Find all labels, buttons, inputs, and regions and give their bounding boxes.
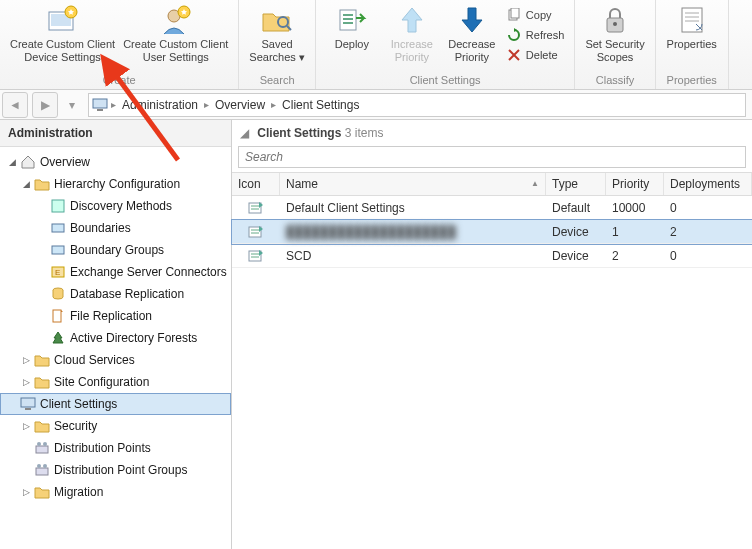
file-icon — [50, 308, 66, 324]
ribbon-group-search: SavedSearches ▾ Search — [239, 0, 316, 89]
nav-dropdown[interactable]: ▾ — [62, 92, 82, 118]
tree-node-label: Active Directory Forests — [70, 331, 197, 345]
search-input[interactable] — [238, 146, 746, 168]
tree-node-distribution-point-groups[interactable]: Distribution Point Groups — [0, 459, 231, 481]
settings-row-icon — [232, 224, 280, 240]
dist-icon — [34, 462, 50, 478]
col-name[interactable]: Name — [280, 173, 546, 195]
col-deployments[interactable]: Deployments — [664, 173, 752, 195]
item-count: 3 items — [345, 126, 384, 140]
tree-node-security[interactable]: ▷Security — [0, 415, 231, 437]
tree-node-boundary-groups[interactable]: Boundary Groups — [0, 239, 231, 261]
svg-point-34 — [43, 464, 47, 468]
folder-icon — [34, 176, 50, 192]
tree-node-label: Overview — [40, 155, 90, 169]
collapse-twisty-icon[interactable]: ◢ — [6, 157, 18, 167]
nav-forward-button[interactable]: ▶ — [32, 92, 58, 118]
nav-back-button[interactable]: ◄ — [2, 92, 28, 118]
decrease-priority-button[interactable]: DecreasePriority — [442, 2, 502, 66]
tree-node-label: Distribution Point Groups — [54, 463, 187, 477]
cell-priority: 2 — [606, 246, 664, 266]
cell-priority: 1 — [606, 222, 664, 242]
group-label: Create — [103, 72, 136, 89]
refresh-button[interactable]: Refresh — [502, 26, 569, 44]
ribbon-group-create: Create Custom ClientDevice Settings Crea… — [0, 0, 239, 89]
tree-node-label: Security — [54, 419, 97, 433]
saved-searches-button[interactable]: SavedSearches ▾ — [245, 2, 309, 66]
tree-body: ◢Overview◢Hierarchy ConfigurationDiscove… — [0, 147, 231, 507]
set-security-scopes-button[interactable]: Set SecurityScopes — [581, 2, 648, 66]
tree-node-label: File Replication — [70, 309, 152, 323]
tree-node-distribution-points[interactable]: Distribution Points — [0, 437, 231, 459]
deploy-button[interactable]: Deploy — [322, 2, 382, 53]
tree-node-site-configuration[interactable]: ▷Site Configuration — [0, 371, 231, 393]
content-pane: ◢ Client Settings 3 items Icon Name Type… — [232, 120, 752, 549]
table-row[interactable]: Default Client SettingsDefault100000 — [232, 196, 752, 220]
refresh-icon — [506, 27, 522, 43]
col-type[interactable]: Type — [546, 173, 606, 195]
create-user-settings-button[interactable]: Create Custom ClientUser Settings — [119, 2, 232, 66]
tree-title: Administration — [0, 120, 231, 147]
group-label: Classify — [596, 72, 635, 89]
properties-button[interactable]: Properties — [662, 2, 722, 53]
copy-button[interactable]: Copy — [502, 6, 569, 24]
svg-rect-18 — [93, 99, 107, 108]
collapse-twisty-icon[interactable]: ◢ — [20, 179, 32, 189]
cell-deployments: 0 — [664, 198, 752, 218]
tree-node-overview[interactable]: ◢Overview — [0, 151, 231, 173]
breadcrumb[interactable]: ▸ Administration ▸ Overview ▸ Client Set… — [88, 93, 746, 117]
expand-twisty-icon[interactable]: ▷ — [20, 355, 32, 365]
breadcrumb-item[interactable]: Overview — [209, 98, 271, 112]
boundary-icon — [50, 242, 66, 258]
tree-node-hierarchy-configuration[interactable]: ◢Hierarchy Configuration — [0, 173, 231, 195]
collapse-icon[interactable]: ◢ — [240, 126, 254, 140]
button-label: Properties — [667, 38, 717, 51]
tree-node-file-replication[interactable]: File Replication — [0, 305, 231, 327]
create-device-settings-button[interactable]: Create Custom ClientDevice Settings — [6, 2, 119, 66]
copy-icon — [506, 7, 522, 23]
tree-node-active-directory-forests[interactable]: Active Directory Forests — [0, 327, 231, 349]
tree-node-label: Distribution Points — [54, 441, 151, 455]
tree-node-client-settings[interactable]: Client Settings — [0, 393, 231, 415]
tree-node-boundaries[interactable]: Boundaries — [0, 217, 231, 239]
tree-node-label: Migration — [54, 485, 103, 499]
expand-twisty-icon[interactable]: ▷ — [20, 421, 32, 431]
expand-twisty-icon[interactable]: ▷ — [20, 487, 32, 497]
tree-node-exchange-server-connectors[interactable]: EExchange Server Connectors — [0, 261, 231, 283]
device-settings-icon — [47, 4, 79, 36]
svg-rect-20 — [52, 200, 64, 212]
cell-type: Device — [546, 246, 606, 266]
ribbon: Create Custom ClientDevice Settings Crea… — [0, 0, 752, 90]
svg-rect-14 — [682, 8, 702, 32]
button-label: Set SecurityScopes — [585, 38, 644, 64]
tree-node-migration[interactable]: ▷Migration — [0, 481, 231, 503]
button-label: IncreasePriority — [391, 38, 433, 64]
breadcrumb-item[interactable]: Client Settings — [276, 98, 365, 112]
monitor-icon — [20, 396, 36, 412]
tree-node-cloud-services[interactable]: ▷Cloud Services — [0, 349, 231, 371]
tree-node-label: Database Replication — [70, 287, 184, 301]
table-row[interactable]: SCDDevice20 — [232, 244, 752, 268]
col-icon[interactable]: Icon — [232, 173, 280, 195]
delete-button[interactable]: Delete — [502, 46, 569, 64]
settings-row-icon — [232, 200, 280, 216]
cell-deployments: 2 — [664, 222, 752, 242]
tree-node-database-replication[interactable]: Database Replication — [0, 283, 231, 305]
dist-icon — [34, 440, 50, 456]
db-icon — [50, 286, 66, 302]
group-label: Client Settings — [410, 72, 481, 89]
expand-twisty-icon[interactable]: ▷ — [20, 377, 32, 387]
breadcrumb-item[interactable]: Administration — [116, 98, 204, 112]
tree-node-discovery-methods[interactable]: Discovery Methods — [0, 195, 231, 217]
col-priority[interactable]: Priority — [606, 173, 664, 195]
button-label: Copy — [526, 9, 552, 21]
svg-text:E: E — [55, 268, 60, 277]
table-row[interactable]: ████████████████████Device12 — [232, 220, 752, 244]
lock-icon — [599, 4, 631, 36]
discover-icon — [50, 198, 66, 214]
folder-search-icon — [261, 4, 293, 36]
delete-icon — [506, 47, 522, 63]
tree-node-label: Site Configuration — [54, 375, 149, 389]
svg-point-13 — [613, 22, 617, 26]
main: Administration ◢Overview◢Hierarchy Confi… — [0, 120, 752, 549]
